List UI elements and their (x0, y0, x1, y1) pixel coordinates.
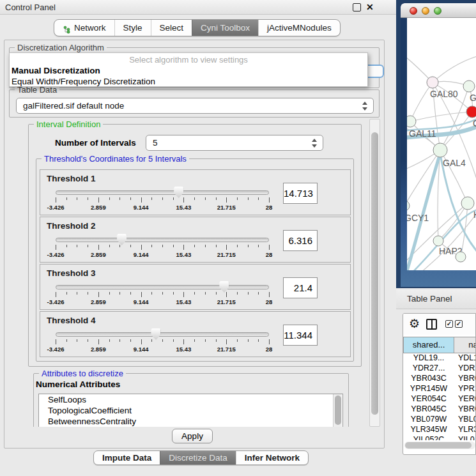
cell-shared-name[interactable]: YLR345W (403, 425, 454, 435)
tick-label: -3.426 (47, 346, 65, 353)
cell-name[interactable]: YLR3 (454, 425, 476, 435)
tick-mark (248, 197, 249, 200)
checkbox-checked-icon[interactable]: ✓ (445, 320, 453, 328)
network-node[interactable] (463, 81, 475, 92)
gear-icon[interactable]: ⚙ (409, 316, 420, 332)
network-node[interactable] (427, 77, 438, 88)
cell-shared-name[interactable]: YDR27... (403, 364, 454, 374)
slider-track[interactable] (56, 190, 269, 195)
table-data-combo[interactable]: galFiltered.sif default node (16, 98, 374, 114)
slider-thumb[interactable] (117, 234, 127, 245)
network-node[interactable] (433, 236, 443, 246)
table-row[interactable]: YIL052CYIL0 (403, 435, 476, 440)
slider-track[interactable] (56, 332, 269, 337)
apply-button[interactable]: Apply (172, 429, 213, 443)
threshold-4-value-field[interactable]: 11.344 (283, 325, 318, 346)
close-traffic-light[interactable] (410, 7, 417, 15)
tick-mark (216, 245, 217, 247)
column-header-name[interactable]: na (454, 337, 476, 353)
cell-name[interactable]: YBR0 (454, 374, 476, 384)
network-canvas[interactable]: GAL80GACGAL11GAL4GCY1HHAP2 (407, 18, 476, 270)
threshold-2-value-field[interactable]: 6.316 (283, 230, 318, 251)
network-node[interactable] (461, 197, 474, 210)
number-of-intervals-combo[interactable]: 5 (146, 135, 323, 151)
app-root: Control Panel ✕ Network Style Select Cyn… (0, 0, 476, 476)
tab-select[interactable]: Select (151, 20, 192, 36)
table-row[interactable]: YBR043CYBR0 (403, 374, 476, 384)
slider-thumb[interactable] (151, 328, 160, 340)
interval-definition-title: Interval Definition (34, 119, 103, 129)
tab-jactivemnodules[interactable]: jActiveMNodules (258, 20, 340, 36)
cell-shared-name[interactable]: YPR145W (403, 384, 454, 394)
zoom-traffic-light[interactable] (434, 7, 441, 15)
network-edge[interactable] (407, 153, 440, 270)
cell-name[interactable]: YPR1 (454, 384, 476, 394)
network-edge[interactable] (410, 82, 433, 121)
close-icon[interactable]: ✕ (366, 3, 374, 12)
tab-style[interactable]: Style (114, 20, 151, 36)
tab-discretize-data[interactable]: Discretize Data (160, 451, 236, 464)
cell-name[interactable]: YIL0 (454, 435, 476, 440)
table-row[interactable]: YBR045CYBR0 (403, 404, 476, 415)
slider-track[interactable] (56, 238, 269, 242)
tick-mark (258, 292, 259, 295)
table-row[interactable]: YLR345WYLR3 (403, 425, 476, 435)
minimize-traffic-light[interactable] (422, 7, 429, 15)
list-item-betweennesscentrality[interactable]: BetweennessCentrality (39, 416, 342, 427)
threshold-1-value-field[interactable]: 14.713 (283, 183, 318, 204)
table-row[interactable]: YDL19...YDL1 (403, 353, 476, 364)
table-row[interactable]: YPR145WYPR1 (403, 384, 476, 394)
popup-option-equal-width-frequency[interactable]: Equal Width/Frequency Discretization (12, 77, 155, 86)
settings-vertical-scrollbar[interactable] (369, 119, 380, 427)
cell-name[interactable]: YBL0 (454, 415, 476, 425)
table-row[interactable]: YER054CYER0 (403, 394, 476, 404)
scrollbar-thumb[interactable] (335, 395, 341, 425)
list-item-topologicalcoefficient[interactable]: TopologicalCoefficient (39, 405, 342, 416)
split-view-icon[interactable] (426, 319, 437, 330)
table-row[interactable]: YBL079WYBL0 (403, 415, 476, 425)
network-node[interactable] (466, 106, 476, 118)
cell-name[interactable]: YBR0 (454, 404, 476, 415)
network-node[interactable] (456, 252, 466, 262)
float-window-icon[interactable] (353, 3, 361, 12)
scrollbar-thumb[interactable] (405, 442, 472, 449)
cell-name[interactable]: YER0 (454, 394, 476, 404)
threshold-3-value-field[interactable]: 21.4 (283, 277, 318, 298)
checkbox-checked-icon[interactable]: ✓ (455, 320, 463, 328)
tick-mark (66, 292, 67, 295)
slider-thumb[interactable] (219, 281, 229, 293)
tick-mark (269, 292, 270, 297)
network-node[interactable] (407, 116, 416, 127)
threshold-1-slider: -3.4262.8599.14415.4321.71528 (56, 187, 269, 212)
table-horizontal-scrollbar[interactable] (404, 441, 475, 449)
network-node[interactable] (433, 143, 447, 157)
popup-option-manual-discretization[interactable]: Manual Discretization (12, 66, 100, 75)
network-edge[interactable] (438, 203, 468, 241)
cell-shared-name[interactable]: YDL19... (403, 353, 454, 364)
cell-shared-name[interactable]: YIL052C (403, 435, 454, 440)
attributes-list-scrollbar[interactable] (333, 394, 342, 427)
list-item-selfloops[interactable]: SelfLoops (39, 394, 342, 405)
numerical-attributes-list[interactable]: SelfLoops TopologicalCoefficient Between… (38, 394, 343, 427)
network-edge[interactable] (407, 150, 440, 206)
table-row[interactable]: YDR27...YDR2 (403, 364, 476, 374)
tab-infer-network[interactable]: Infer Network (236, 451, 308, 464)
network-edge[interactable] (433, 56, 476, 82)
cell-name[interactable]: YDL1 (454, 353, 476, 364)
cell-shared-name[interactable]: YER054C (403, 394, 454, 404)
number-of-intervals-label: Number of Intervals (55, 138, 136, 148)
tick-mark (77, 339, 77, 342)
tab-cyni-toolbox[interactable]: Cyni Toolbox (192, 20, 258, 36)
column-header-shared[interactable]: shared... (403, 337, 454, 353)
tab-network[interactable]: Network (54, 20, 114, 36)
tab-impute-data[interactable]: Impute Data (94, 451, 160, 464)
network-node[interactable] (407, 201, 410, 211)
scrollbar-thumb[interactable] (371, 132, 378, 415)
cell-shared-name[interactable]: YBR045C (403, 404, 454, 415)
slider-thumb[interactable] (174, 187, 183, 198)
cell-shared-name[interactable]: YBR043C (403, 374, 454, 384)
cell-name[interactable]: YDR2 (454, 364, 476, 374)
slider-track[interactable] (56, 285, 269, 289)
network-edge[interactable] (410, 112, 472, 121)
cell-shared-name[interactable]: YBL079W (403, 415, 454, 425)
